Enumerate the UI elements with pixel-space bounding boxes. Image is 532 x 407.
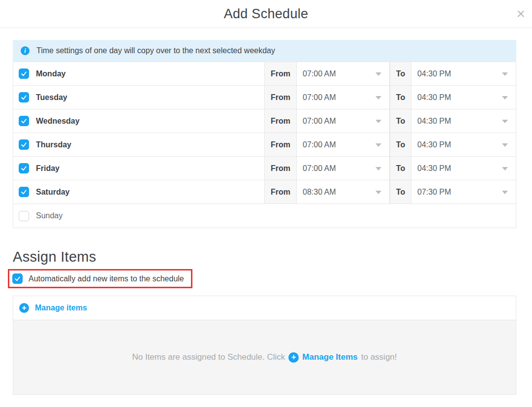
plus-circle-icon[interactable]: + [19, 303, 29, 313]
day-cell: Tuesday [13, 86, 264, 109]
plus-circle-icon[interactable]: + [288, 352, 299, 363]
to-time-value: 04:30 PM [417, 117, 451, 126]
from-label: From [264, 157, 297, 180]
day-checkbox[interactable] [19, 187, 29, 197]
schedule-row: WednesdayFrom07:00 AMTo04:30 PM [13, 109, 516, 133]
day-cell: Friday [13, 157, 264, 180]
from-time-select[interactable]: 08:30 AM [297, 180, 390, 204]
to-label: To [390, 157, 411, 180]
schedule-row: ThursdayFrom07:00 AMTo04:30 PM [13, 133, 516, 157]
info-icon: i [21, 46, 30, 55]
assign-items-heading: Assign Items [13, 249, 516, 265]
from-time-select[interactable]: 07:00 AM [297, 62, 390, 85]
day-label: Wednesday [36, 117, 80, 126]
empty-items-area: No Items are assigned to Schedule. Click… [13, 320, 516, 394]
manage-items-bar: + Manage items [13, 296, 516, 320]
manage-items-link[interactable]: Manage items [35, 304, 87, 312]
day-cell: Monday [13, 62, 264, 85]
day-checkbox[interactable] [19, 211, 29, 221]
to-label: To [390, 180, 411, 204]
schedule-row: Sunday [13, 204, 516, 228]
from-label: From [264, 62, 297, 85]
to-time-value: 04:30 PM [417, 69, 451, 78]
to-time-value: 07:30 PM [417, 188, 451, 197]
to-label: To [390, 109, 411, 133]
day-label: Tuesday [36, 93, 67, 102]
to-time-value: 04:30 PM [417, 93, 451, 102]
chevron-down-icon [376, 167, 381, 170]
day-label: Saturday [36, 188, 69, 197]
day-checkbox[interactable] [19, 68, 29, 79]
from-time-value: 07:00 AM [303, 69, 336, 78]
schedule-row: FridayFrom07:00 AMTo04:30 PM [13, 157, 516, 180]
auto-add-checkbox[interactable] [12, 273, 23, 284]
schedule-row: MondayFrom07:00 AMTo04:30 PM [13, 62, 516, 86]
from-time-select[interactable]: 07:00 AM [297, 157, 390, 180]
page-title: Add Schedule [0, 0, 532, 28]
to-label: To [390, 133, 411, 156]
from-label: From [264, 180, 297, 204]
day-label: Thursday [36, 140, 71, 149]
from-time-value: 07:00 AM [303, 117, 336, 126]
day-cell: Thursday [13, 133, 264, 156]
day-checkbox[interactable] [19, 116, 29, 126]
chevron-down-icon [502, 120, 508, 123]
chevron-down-icon [376, 72, 381, 76]
info-banner: i Time settings of one day will copy ove… [13, 40, 516, 62]
chevron-down-icon [502, 143, 508, 147]
schedule-row: TuesdayFrom07:00 AMTo04:30 PM [13, 86, 516, 109]
from-time-value: 07:00 AM [303, 140, 336, 149]
schedule-table: MondayFrom07:00 AMTo04:30 PMTuesdayFrom0… [13, 62, 516, 228]
day-cell: Saturday [13, 180, 264, 204]
chevron-down-icon [376, 120, 381, 123]
to-time-select[interactable]: 04:30 PM [411, 62, 516, 85]
day-checkbox[interactable] [19, 139, 29, 150]
schedule-row: SaturdayFrom08:30 AMTo07:30 PM [13, 180, 516, 204]
to-label: To [390, 62, 411, 85]
to-time-select[interactable]: 04:30 PM [411, 133, 516, 156]
auto-add-highlight-box: Automatically add new items to the sched… [8, 269, 192, 288]
day-cell: Wednesday [13, 109, 264, 133]
to-label: To [390, 86, 411, 109]
from-time-select[interactable]: 07:00 AM [297, 133, 390, 156]
to-time-value: 04:30 PM [417, 140, 451, 149]
from-label: From [264, 133, 297, 156]
checkmark-icon [14, 275, 21, 282]
chevron-down-icon [376, 96, 381, 100]
day-cell: Sunday [13, 204, 264, 228]
checkmark-icon [21, 165, 27, 171]
from-label: From [264, 109, 297, 133]
chevron-down-icon [376, 191, 381, 194]
to-time-select[interactable]: 04:30 PM [411, 109, 516, 133]
chevron-down-icon [502, 72, 508, 76]
checkmark-icon [21, 70, 27, 77]
checkmark-icon [21, 118, 27, 124]
empty-state-suffix: to assign! [361, 352, 397, 362]
chevron-down-icon [502, 167, 508, 170]
from-time-value: 07:00 AM [303, 164, 336, 173]
checkmark-icon [21, 141, 27, 148]
from-time-value: 08:30 AM [303, 188, 336, 197]
from-label: From [264, 86, 297, 109]
assigned-items-panel: + Manage items No Items are assigned to … [13, 296, 516, 395]
day-checkbox[interactable] [19, 92, 29, 102]
day-label: Friday [36, 164, 60, 173]
from-time-select[interactable]: 07:00 AM [297, 86, 390, 109]
day-label: Sunday [36, 211, 63, 220]
from-time-value: 07:00 AM [303, 93, 336, 102]
day-label: Monday [36, 69, 65, 78]
from-time-select[interactable]: 07:00 AM [297, 109, 390, 133]
to-time-select[interactable]: 07:30 PM [411, 180, 516, 204]
close-icon[interactable]: × [516, 4, 525, 24]
chevron-down-icon [502, 96, 508, 100]
to-time-select[interactable]: 04:30 PM [411, 157, 516, 180]
chevron-down-icon [502, 191, 508, 194]
empty-state-prefix: No Items are assigned to Schedule. Click [132, 352, 285, 362]
checkmark-icon [21, 189, 27, 195]
info-banner-text: Time settings of one day will copy over … [36, 46, 275, 55]
day-checkbox[interactable] [19, 163, 29, 173]
checkmark-icon [21, 94, 27, 101]
chevron-down-icon [376, 143, 381, 147]
to-time-select[interactable]: 04:30 PM [411, 86, 516, 109]
manage-items-link-inline[interactable]: Manage Items [302, 352, 357, 362]
